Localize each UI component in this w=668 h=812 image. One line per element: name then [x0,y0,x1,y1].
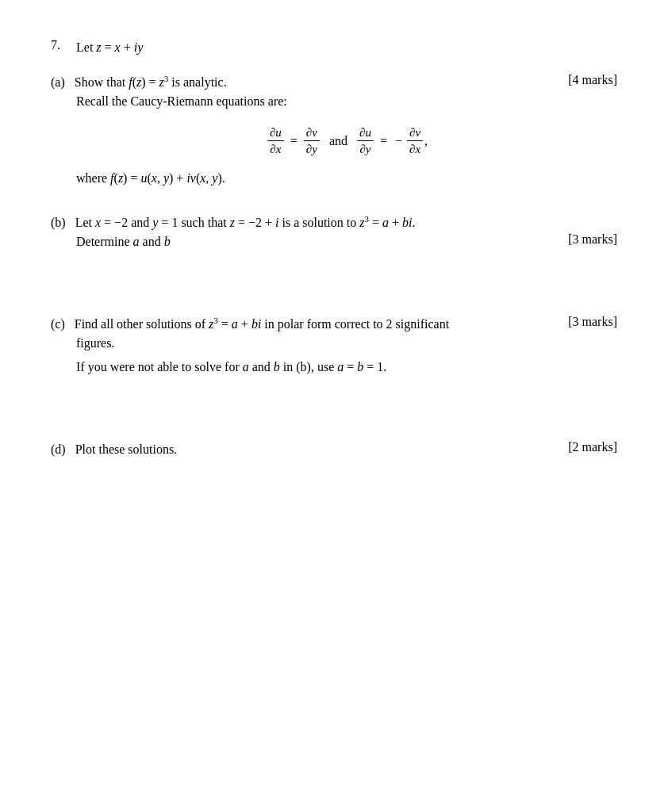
eq2-comma: , [424,134,428,148]
part-c-text: Find all other solutions of z3 = a + bi … [75,317,449,331]
part-a-marks: [4 marks] [555,73,617,87]
eq1-rhs-den: ∂y [304,141,320,156]
where-line: where f(z) = u(x, y) + iv(x, y). [76,169,617,188]
eq1-lhs-num: ∂u [267,125,284,141]
eq2-rhs-den: ∂x [407,141,423,156]
eq1-rhs-num: ∂v [304,125,320,141]
part-c-note: If you were not able to solve for a and … [76,358,617,377]
part-a-left: (a) Show that f(z) = z3 is analytic. [51,73,555,92]
question-header: 7. Let z = x + iy [51,38,617,57]
eq1-lhs-den: ∂x [267,141,283,156]
eq2-rhs: ∂v ∂x [407,125,423,156]
cauchy-riemann-equations: ∂u ∂x = ∂v ∂y and ∂u ∂y = − ∂v ∂x , [76,125,617,156]
part-b: (b) Let x = −2 and y = 1 such that z = −… [51,213,617,251]
part-d-text: Plot these solutions. [75,442,177,456]
part-c: (c) Find all other solutions of z3 = a +… [51,315,617,377]
part-a: (a) Show that f(z) = z3 is analytic. [4 … [51,73,617,188]
eq1-equals: = [290,134,298,148]
part-b-left: (b) Let x = −2 and y = 1 such that z = −… [51,213,605,232]
part-a-text: Show that f(z) = z3 is analytic. [75,75,227,89]
part-b-marks: [3 marks] [568,232,617,247]
part-d-label: (d) [51,442,66,456]
part-c-marks: [3 marks] [555,315,617,329]
eq1-rhs: ∂v ∂y [304,125,320,156]
part-d-left: (d) Plot these solutions. [51,440,555,459]
part-d-marks: [2 marks] [555,440,617,454]
eq1-lhs: ∂u ∂x [267,125,284,156]
part-c-left: (c) Find all other solutions of z3 = a +… [51,315,555,334]
part-c-figures: figures. [76,334,617,353]
recall-text: Recall the Caucy-Riemann equations are: [76,92,617,111]
part-a-label: (a) [51,75,65,89]
question-number: 7. [51,38,76,52]
eq2-lhs-den: ∂y [357,141,373,156]
part-b-determine-row: Determine a and b [3 marks] [76,232,617,251]
and-text: and [329,134,347,148]
part-b-determine-text: Determine a and b [76,232,171,251]
part-b-label: (b) [51,216,66,229]
part-b-text: Let x = −2 and y = 1 such that z = −2 + … [75,216,416,229]
eq2-rhs-num: ∂v [407,125,423,141]
part-c-content: figures. If you were not able to solve f… [76,334,617,377]
part-d: (d) Plot these solutions. [2 marks] [51,440,617,459]
part-b-content: Determine a and b [3 marks] [76,232,617,251]
part-c-label: (c) [51,317,65,331]
eq2-equals: = [380,134,387,148]
eq2-lhs-num: ∂u [357,125,374,141]
eq2-minus: − [395,134,402,148]
eq2-lhs: ∂u ∂y [357,125,374,156]
part-a-content: Recall the Caucy-Riemann equations are: … [76,92,617,188]
question-intro: Let z = x + iy [76,38,143,57]
